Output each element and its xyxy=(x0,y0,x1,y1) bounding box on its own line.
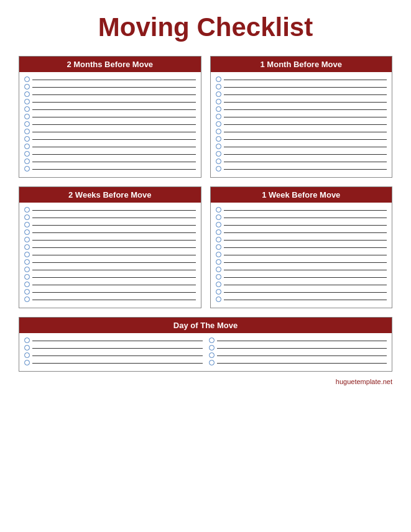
check-row[interactable] xyxy=(24,84,196,89)
check-row[interactable] xyxy=(216,244,387,250)
check-row[interactable] xyxy=(24,282,196,287)
check-row[interactable] xyxy=(24,267,196,272)
check-circle[interactable] xyxy=(216,129,221,134)
check-circle[interactable] xyxy=(24,337,30,343)
check-circle[interactable] xyxy=(216,136,221,142)
check-circle[interactable] xyxy=(24,129,30,134)
check-circle[interactable] xyxy=(209,337,215,343)
check-row[interactable] xyxy=(24,244,196,250)
check-row[interactable] xyxy=(209,337,387,343)
check-circle[interactable] xyxy=(216,274,221,280)
check-row[interactable] xyxy=(24,214,196,220)
check-row[interactable] xyxy=(24,207,196,213)
check-row[interactable] xyxy=(216,296,387,302)
check-row[interactable] xyxy=(24,352,203,358)
check-circle[interactable] xyxy=(216,229,221,235)
check-circle[interactable] xyxy=(24,214,30,220)
check-circle[interactable] xyxy=(24,282,30,287)
check-circle[interactable] xyxy=(216,282,221,287)
check-row[interactable] xyxy=(216,229,387,235)
check-row[interactable] xyxy=(24,76,196,82)
check-circle[interactable] xyxy=(24,106,30,112)
check-circle[interactable] xyxy=(216,267,221,272)
check-circle[interactable] xyxy=(216,289,221,295)
check-circle[interactable] xyxy=(24,158,30,164)
check-row[interactable] xyxy=(24,166,196,172)
check-row[interactable] xyxy=(216,252,387,257)
check-circle[interactable] xyxy=(216,222,221,227)
check-circle[interactable] xyxy=(24,289,30,295)
check-circle[interactable] xyxy=(24,222,30,227)
check-circle[interactable] xyxy=(216,121,221,127)
check-row[interactable] xyxy=(216,214,387,220)
check-row[interactable] xyxy=(24,151,196,157)
check-row[interactable] xyxy=(24,289,196,295)
check-row[interactable] xyxy=(216,136,387,142)
check-row[interactable] xyxy=(216,144,387,149)
check-circle[interactable] xyxy=(216,207,221,213)
check-circle[interactable] xyxy=(24,267,30,272)
check-row[interactable] xyxy=(24,121,196,127)
check-circle[interactable] xyxy=(216,214,221,220)
check-circle[interactable] xyxy=(24,151,30,157)
check-circle[interactable] xyxy=(24,207,30,213)
check-circle[interactable] xyxy=(216,151,221,157)
check-row[interactable] xyxy=(24,360,203,365)
check-circle[interactable] xyxy=(24,237,30,242)
check-circle[interactable] xyxy=(216,91,221,97)
check-circle[interactable] xyxy=(24,352,30,358)
check-row[interactable] xyxy=(216,114,387,119)
check-row[interactable] xyxy=(24,252,196,257)
check-circle[interactable] xyxy=(24,144,30,149)
check-circle[interactable] xyxy=(209,345,215,351)
check-row[interactable] xyxy=(24,222,196,227)
check-row[interactable] xyxy=(216,129,387,134)
check-row[interactable] xyxy=(216,166,387,172)
check-circle[interactable] xyxy=(24,259,30,265)
check-circle[interactable] xyxy=(24,136,30,142)
check-circle[interactable] xyxy=(216,84,221,89)
check-row[interactable] xyxy=(24,345,203,351)
check-circle[interactable] xyxy=(24,229,30,235)
check-circle[interactable] xyxy=(209,352,215,358)
check-circle[interactable] xyxy=(24,274,30,280)
check-row[interactable] xyxy=(24,114,196,119)
check-row[interactable] xyxy=(216,282,387,287)
check-row[interactable] xyxy=(24,229,196,235)
check-row[interactable] xyxy=(24,136,196,142)
check-circle[interactable] xyxy=(24,296,30,302)
check-row[interactable] xyxy=(216,91,387,97)
check-row[interactable] xyxy=(24,144,196,149)
check-circle[interactable] xyxy=(24,76,30,82)
check-circle[interactable] xyxy=(216,296,221,302)
check-circle[interactable] xyxy=(24,99,30,104)
check-circle[interactable] xyxy=(24,114,30,119)
check-circle[interactable] xyxy=(216,252,221,257)
check-circle[interactable] xyxy=(24,91,30,97)
check-circle[interactable] xyxy=(216,244,221,250)
check-row[interactable] xyxy=(216,151,387,157)
check-row[interactable] xyxy=(209,360,387,365)
check-row[interactable] xyxy=(209,345,387,351)
check-row[interactable] xyxy=(216,158,387,164)
check-row[interactable] xyxy=(216,267,387,272)
check-row[interactable] xyxy=(216,121,387,127)
check-circle[interactable] xyxy=(216,144,221,149)
check-circle[interactable] xyxy=(24,84,30,89)
check-row[interactable] xyxy=(216,106,387,112)
check-circle[interactable] xyxy=(209,360,215,365)
check-row[interactable] xyxy=(216,222,387,227)
check-circle[interactable] xyxy=(216,237,221,242)
check-circle[interactable] xyxy=(216,259,221,265)
check-circle[interactable] xyxy=(24,121,30,127)
check-row[interactable] xyxy=(216,289,387,295)
check-circle[interactable] xyxy=(24,166,30,172)
check-row[interactable] xyxy=(24,158,196,164)
check-row[interactable] xyxy=(24,91,196,97)
check-circle[interactable] xyxy=(24,252,30,257)
check-row[interactable] xyxy=(24,337,203,343)
check-row[interactable] xyxy=(24,237,196,242)
check-row[interactable] xyxy=(216,99,387,104)
check-row[interactable] xyxy=(216,259,387,265)
check-circle[interactable] xyxy=(216,166,221,172)
